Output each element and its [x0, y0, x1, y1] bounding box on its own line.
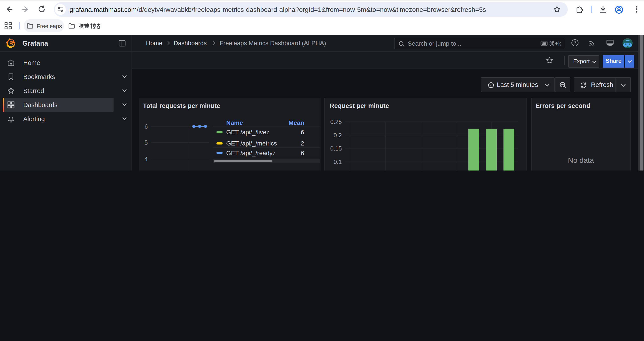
svg-text:2: 2	[300, 140, 304, 147]
svg-text:0.1: 0.1	[334, 159, 342, 165]
svg-text:Name: Name	[226, 119, 243, 126]
svg-text:GET /api/_/livez: GET /api/_/livez	[226, 129, 269, 136]
svg-text:5: 5	[144, 140, 148, 146]
svg-text:GET /api/_/readyz: GET /api/_/readyz	[226, 150, 275, 156]
svg-text:6: 6	[300, 129, 304, 136]
svg-text:0.2: 0.2	[334, 132, 342, 139]
svg-text:6: 6	[300, 150, 304, 156]
svg-text:0.25: 0.25	[330, 119, 342, 125]
svg-text:6: 6	[144, 124, 148, 130]
svg-text:Mean: Mean	[288, 119, 304, 126]
svg-text:0.15: 0.15	[330, 145, 342, 152]
svg-text:4: 4	[144, 156, 148, 163]
svg-text:GET /api/_/metrics: GET /api/_/metrics	[226, 140, 277, 147]
